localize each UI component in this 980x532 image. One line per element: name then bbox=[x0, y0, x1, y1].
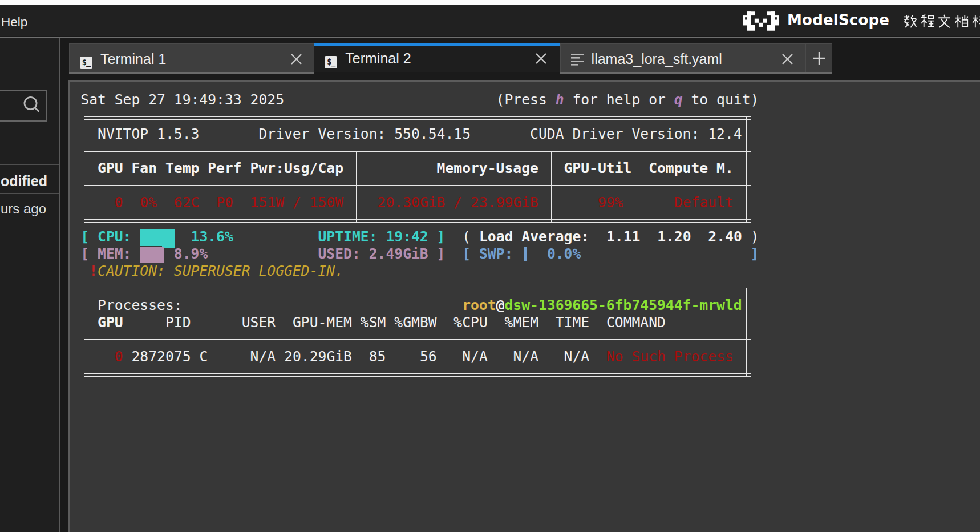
nvitop-box-border bbox=[84, 373, 751, 377]
menu-item-docs[interactable]: 教程文档 bbox=[903, 14, 969, 29]
terminal-icon: $_ bbox=[325, 56, 337, 68]
terminal-line: GPU PID USER GPU-MEM %SM %GMBW %CPU %MEM… bbox=[80, 314, 666, 331]
terminal-2-panel[interactable]: Sat Sep 27 19:49:33 2025 (Press h for he… bbox=[70, 82, 980, 532]
search-icon bbox=[23, 96, 42, 118]
tab-close-icon[interactable] bbox=[534, 52, 548, 65]
tab-close-icon[interactable] bbox=[290, 53, 303, 66]
tab-close-icon[interactable] bbox=[781, 53, 794, 66]
tab-underline bbox=[69, 72, 314, 74]
menu-item-partial[interactable] bbox=[972, 14, 980, 31]
terminal-line: [ MEM: 8.9% USED: 2.49GiB ] [ SWP: 0.0% … bbox=[80, 245, 759, 263]
menubar: Help bbox=[0, 5, 980, 36]
terminal-line: Processes: root@dsw-1369665-6fb745944f-m… bbox=[80, 297, 742, 314]
tab-terminal-1[interactable]: $_Terminal 1 bbox=[69, 43, 314, 72]
menu-item-help[interactable]: Help bbox=[1, 15, 27, 30]
nvitop-box-border bbox=[84, 219, 751, 223]
sidebar-divider bbox=[0, 164, 59, 165]
tab-terminal-2[interactable]: $_Terminal 2 bbox=[314, 43, 560, 72]
terminal-line: !CAUTION: SUPERUSER LOGGED-IN. bbox=[80, 263, 343, 280]
tab-underline bbox=[560, 72, 805, 74]
nvitop-box-border bbox=[84, 185, 751, 188]
nvitop-box-border bbox=[84, 339, 751, 342]
new-launcher-button[interactable] bbox=[805, 43, 833, 72]
nvitop-box-border bbox=[84, 151, 751, 152]
nvitop-box-border bbox=[746, 288, 750, 377]
nvitop-box-border bbox=[84, 116, 85, 223]
tab-llama3-lora-sft-yaml[interactable]: llama3_lora_sft.yaml bbox=[560, 43, 805, 72]
tab-label: Terminal 1 bbox=[100, 51, 166, 67]
terminal-line: NVITOP 1.5.3 Driver Version: 550.54.15 C… bbox=[80, 126, 742, 143]
modelscope-dsw-window: Help bbox=[0, 0, 980, 532]
nvitop-box-border bbox=[551, 151, 552, 223]
modelscope-wordmark[interactable]: ModelScope bbox=[787, 13, 889, 27]
nvitop-box-border bbox=[356, 151, 357, 223]
terminal-line: 0 0% 62C P0 151W / 150W 20.30GiB / 23.99… bbox=[80, 194, 734, 211]
cpu-usage-bar-tail bbox=[162, 246, 175, 248]
file-row-modified-cell[interactable]: urs ago bbox=[1, 201, 46, 217]
tab-label: llama3_lora_sft.yaml bbox=[592, 51, 722, 67]
terminal-icon: $_ bbox=[80, 57, 92, 69]
cpu-usage-bar bbox=[140, 229, 175, 246]
file-browser-sidebar: odified urs ago bbox=[0, 38, 59, 532]
nvitop-box-border bbox=[746, 116, 750, 223]
nvitop-box-border bbox=[84, 288, 85, 377]
file-search-box[interactable] bbox=[0, 90, 47, 122]
terminal-line: 0 2872075 C N/A 20.29GiB 85 56 N/A N/A N… bbox=[80, 348, 734, 365]
terminal-line: [ CPU: 13.6% UPTIME: 19:42 ] ( Load Aver… bbox=[80, 228, 759, 245]
tab-underline bbox=[805, 72, 833, 74]
modelscope-logo-icon[interactable] bbox=[743, 11, 779, 33]
top-light-strip bbox=[0, 0, 980, 5]
nvitop-box-border bbox=[84, 116, 751, 120]
tab-label: Terminal 2 bbox=[345, 50, 411, 67]
terminal-line: GPU Fan Temp Perf Pwr:Usg/Cap Memory-Usa… bbox=[80, 160, 733, 177]
terminal-line: Sat Sep 27 19:49:33 2025 (Press h for he… bbox=[80, 91, 759, 108]
column-header-last-modified[interactable]: odified bbox=[1, 172, 47, 190]
sidebar-divider bbox=[0, 193, 59, 194]
text-file-icon bbox=[571, 53, 584, 68]
swp-usage-tick bbox=[524, 247, 526, 261]
mem-usage-bar bbox=[140, 247, 164, 263]
active-tab-accent bbox=[314, 43, 560, 46]
nvitop-box-border bbox=[84, 288, 751, 291]
